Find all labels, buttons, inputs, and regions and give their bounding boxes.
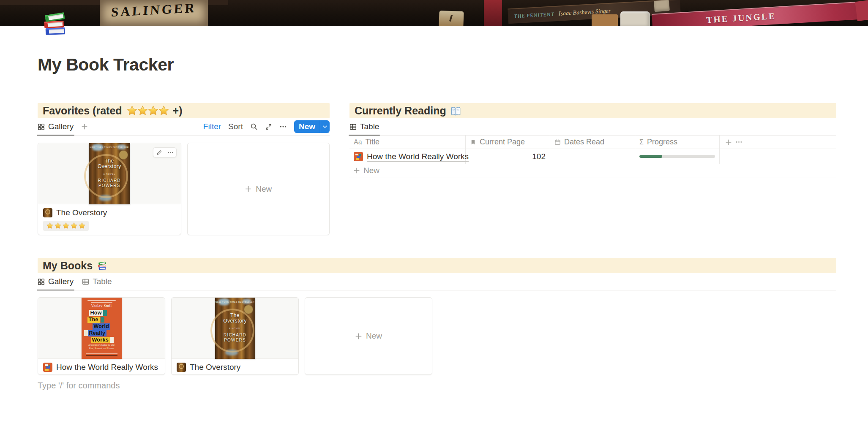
new-button[interactable]: New xyxy=(294,120,330,133)
cover-spine-edge xyxy=(855,0,868,21)
star-icon xyxy=(147,105,159,117)
table-new-row[interactable]: New xyxy=(349,164,836,177)
favorites-new-card[interactable]: New xyxy=(187,143,330,235)
cover-label xyxy=(654,0,670,12)
currently-reading-section: Currently Reading Table Aa Title Current… xyxy=(349,103,836,177)
table-header-extras xyxy=(720,136,836,149)
star-icon xyxy=(54,222,62,230)
my-books-heading: My Books xyxy=(38,258,836,273)
rating-property[interactable] xyxy=(43,221,89,231)
card-title: The Overstory xyxy=(190,363,240,372)
overstory-cover-image: NEW YORK TIMES BESTSELLER TheOverstory A… xyxy=(89,143,130,204)
cover-book-tan2 xyxy=(592,14,618,26)
table-row: How the World Really Works 102 xyxy=(349,149,836,164)
add-view-button[interactable] xyxy=(81,123,88,130)
table-more-icon[interactable] xyxy=(735,138,742,146)
favorites-toolbar: Filter Sort New xyxy=(203,120,330,133)
sigma-icon: Σ xyxy=(639,138,644,146)
overstory-thumbnail-icon xyxy=(177,363,186,372)
star-icon xyxy=(78,222,86,230)
edit-pencil-icon[interactable] xyxy=(153,148,165,157)
page-icon-books[interactable] xyxy=(39,9,69,40)
cover-book-cream xyxy=(620,11,650,26)
reading-viewbar: Table xyxy=(349,118,836,136)
cell-current-page[interactable]: 102 xyxy=(466,149,550,164)
card-title: How the World Really Works xyxy=(56,363,158,372)
favorites-section: Favorites (rated +) Gallery Filter Sort … xyxy=(38,103,330,235)
my-books-section: My Books Gallery Table Vaclav Smil xyxy=(38,258,836,375)
card-hover-controls xyxy=(153,147,177,157)
cover-spine-red xyxy=(484,0,502,26)
cell-dates-read[interactable] xyxy=(550,149,635,164)
books-stack-icon xyxy=(96,260,107,271)
htwrw-thumbnail-icon xyxy=(43,363,52,372)
cell-progress xyxy=(635,149,720,164)
bookmark-icon xyxy=(470,139,476,145)
my-books-new-card[interactable]: New xyxy=(305,297,432,375)
card-more-icon[interactable] xyxy=(165,148,176,157)
star-icon xyxy=(158,105,169,117)
cover-spine-jungle: THE JUNGLE xyxy=(652,0,868,26)
add-column-icon[interactable] xyxy=(725,139,732,146)
star-icon xyxy=(62,222,70,230)
row-title-link[interactable]: How the World Really Works xyxy=(367,152,469,162)
notion-page: SALINGER THE PENITENT Isaac Bashevis Sin… xyxy=(0,0,868,442)
card-cover-area: NEW YORK TIMES BESTSELLER TheOverstory A… xyxy=(172,298,298,359)
favorites-heading-stars xyxy=(126,105,169,117)
expand-icon[interactable] xyxy=(265,123,272,130)
column-header-progress[interactable]: Σ Progress xyxy=(635,136,720,149)
column-header-title[interactable]: Aa Title xyxy=(349,136,466,149)
star-icon xyxy=(70,222,78,230)
cover-book-tan xyxy=(439,11,464,26)
empty-block-placeholder[interactable]: Type '/' for commands xyxy=(38,381,120,390)
title-divider xyxy=(38,85,836,85)
book-card-overstory[interactable]: NEW YORK TIMES BESTSELLER TheOverstory A… xyxy=(38,143,181,235)
search-icon[interactable] xyxy=(250,123,258,130)
open-book-icon xyxy=(450,106,461,117)
filter-button[interactable]: Filter xyxy=(203,122,221,131)
favorites-heading-text: Favorites (rated xyxy=(43,105,122,117)
column-header-current-page[interactable]: Current Page xyxy=(466,136,550,149)
tab-favorites-gallery[interactable]: Gallery xyxy=(38,118,74,135)
cover-spine-salinger: SALINGER xyxy=(100,0,208,26)
text-type-icon: Aa xyxy=(354,138,362,146)
tab-reading-table[interactable]: Table xyxy=(349,118,379,135)
overstory-cover-image: NEW YORK TIMES BESTSELLER TheOverstory A… xyxy=(215,298,255,359)
card-cover-area: Vaclav Smil How The World Really Works A… xyxy=(38,298,165,359)
book-card-htwrw[interactable]: Vaclav Smil How The World Really Works A… xyxy=(38,297,165,375)
star-icon xyxy=(46,222,54,230)
favorites-heading: Favorites (rated +) xyxy=(38,103,330,118)
star-icon xyxy=(126,105,138,117)
favorites-viewbar: Gallery Filter Sort New xyxy=(38,118,330,136)
my-books-viewbar: Gallery Table xyxy=(38,273,836,290)
sort-button[interactable]: Sort xyxy=(228,122,243,131)
new-button-chevron-down-icon[interactable] xyxy=(320,120,330,133)
tab-mybooks-gallery[interactable]: Gallery xyxy=(38,273,74,290)
cell-title[interactable]: How the World Really Works xyxy=(349,149,466,164)
card-title: The Overstory xyxy=(56,208,107,217)
cell-extra xyxy=(720,149,836,164)
more-options-icon[interactable] xyxy=(279,123,287,130)
htwrw-thumbnail-icon xyxy=(354,152,363,161)
favorites-gallery: NEW YORK TIMES BESTSELLER TheOverstory A… xyxy=(38,143,330,235)
progress-bar xyxy=(639,155,715,158)
my-books-gallery: Vaclav Smil How The World Really Works A… xyxy=(38,297,836,375)
table-header-row: Aa Title Current Page Dates Read Σ Progr… xyxy=(349,136,836,149)
calendar-icon xyxy=(554,139,561,145)
htwrw-cover-image: Vaclav Smil How The World Really Works A… xyxy=(82,298,122,359)
book-card-overstory-2[interactable]: NEW YORK TIMES BESTSELLER TheOverstory A… xyxy=(171,297,299,375)
tab-mybooks-table[interactable]: Table xyxy=(82,273,112,290)
star-icon xyxy=(137,105,148,117)
favorites-heading-suffix: +) xyxy=(173,105,183,117)
overstory-thumbnail-icon xyxy=(43,208,52,217)
column-header-dates-read[interactable]: Dates Read xyxy=(550,136,635,149)
page-cover-image: SALINGER THE PENITENT Isaac Bashevis Sin… xyxy=(0,0,868,26)
page-title[interactable]: My Book Tracker xyxy=(38,55,174,75)
reading-table: Aa Title Current Page Dates Read Σ Progr… xyxy=(349,136,836,177)
currently-reading-heading: Currently Reading xyxy=(349,103,836,118)
